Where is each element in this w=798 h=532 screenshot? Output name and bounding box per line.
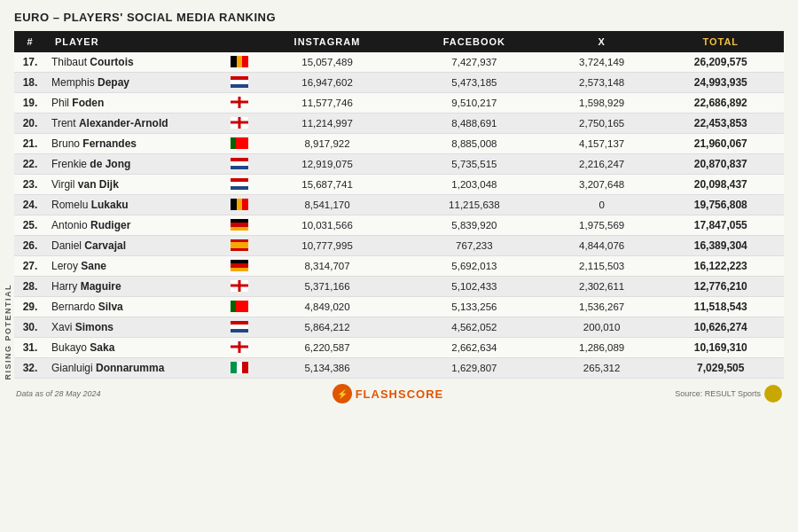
rank-cell: 28. [14,277,46,297]
player-name-cell: Leroy Sane [46,256,223,277]
player-first-name: Trent [51,117,79,129]
facebook-cell: 11,215,638 [403,195,546,215]
col-instagram: INSTAGRAM [252,31,403,52]
instagram-cell: 5,371,166 [252,277,403,297]
player-first-name: Thibaut [51,56,90,68]
rank-cell: 23. [14,175,46,195]
flag-pt [231,137,248,149]
player-last-name: Carvajal [84,239,126,252]
flag-nl [231,321,248,332]
rank-cell: 24. [14,195,46,215]
flag-it [231,362,248,373]
player-first-name: Romelu [51,199,91,211]
instagram-cell: 10,777,995 [252,236,403,256]
flag-cell [223,297,252,317]
instagram-cell: 10,031,566 [252,215,403,236]
table-row: 23.Virgil van Dijk15,687,7411,203,0483,2… [14,175,784,195]
table-row: 24.Romelu Lukaku8,541,17011,215,638019,7… [14,195,784,215]
facebook-cell: 767,233 [403,236,546,256]
player-last-name: Lukaku [91,199,129,211]
flag-cell [223,195,252,215]
flag-cell [223,93,252,113]
total-cell: 16,389,304 [658,236,784,256]
col-total: TOTAL [658,31,784,52]
player-first-name: Antonio [51,219,90,231]
table-row: 22.Frenkie de Jong12,919,0755,735,5152,2… [14,154,784,175]
x-cell: 1,536,267 [546,297,658,317]
flag-nl [231,178,248,190]
player-name-cell: Daniel Carvajal [46,236,223,256]
table-row: 29.Bernardo Silva4,849,0205,133,2561,536… [14,297,784,317]
table-body: 17.Thibaut Courtois15,057,4897,427,9373,… [14,52,784,379]
instagram-cell: 4,849,020 [252,297,403,317]
flashscore-icon: ⚡ [332,384,352,403]
player-name-cell: Thibaut Courtois [46,52,223,73]
x-cell: 1,975,569 [546,215,658,236]
table-row: 30.Xavi Simons5,864,2124,562,052200,0101… [14,317,784,338]
total-cell: 19,756,808 [658,195,784,215]
flag-cell [223,358,252,379]
table-row: 20.Trent Alexander-Arnold11,214,9978,488… [14,113,784,134]
total-cell: 17,847,055 [658,215,784,236]
rank-cell: 21. [14,134,46,154]
total-cell: 10,626,274 [658,317,784,338]
rank-cell: 19. [14,93,46,113]
facebook-cell: 5,735,515 [403,154,546,175]
player-name-cell: Xavi Simons [46,317,223,338]
x-cell: 2,115,503 [546,256,658,277]
total-cell: 22,686,892 [658,93,784,113]
flag-cell [223,338,252,358]
flag-cell [223,277,252,297]
flag-cell [223,317,252,338]
x-cell: 4,844,076 [546,236,658,256]
table-header-row: # PLAYER INSTAGRAM FACEBOOK X TOTAL [14,31,784,52]
total-cell: 10,169,310 [658,338,784,358]
flag-cell [223,154,252,175]
source-area: Source: RESULT Sports [675,385,782,403]
rank-cell: 20. [14,113,46,134]
col-rank: # [14,31,46,52]
total-cell: 20,870,837 [658,154,784,175]
flag-eng [231,280,248,292]
player-first-name: Bukayo [51,341,90,354]
player-name-cell: Bruno Fernandes [46,134,223,154]
table-row: 25.Antonio Rudiger10,031,5665,839,9201,9… [14,215,784,236]
facebook-cell: 5,692,013 [403,256,546,277]
instagram-cell: 8,917,922 [252,134,403,154]
player-first-name: Harry [51,280,81,293]
flag-eng [231,97,248,108]
instagram-cell: 11,214,997 [252,113,403,134]
table-row: 32.Gianluigi Donnarumma5,134,3861,629,80… [14,358,784,379]
flag-pt [231,301,248,312]
flag-cell [223,113,252,134]
x-cell: 2,750,165 [546,113,658,134]
facebook-cell: 5,133,256 [403,297,546,317]
flag-cell [223,256,252,277]
player-first-name: Phil [51,97,72,109]
result-sports-icon [764,385,782,403]
facebook-cell: 5,473,185 [403,73,546,93]
flag-nl [231,76,248,88]
player-name-cell: Antonio Rudiger [46,215,223,236]
rank-cell: 18. [14,73,46,93]
player-last-name: de Jong [90,158,130,170]
x-cell: 3,207,648 [546,175,658,195]
total-cell: 16,122,223 [658,256,784,277]
logo-area: ⚡ FLASHSCORE [332,384,444,403]
rank-cell: 30. [14,317,46,338]
player-first-name: Daniel [51,239,84,252]
x-cell: 1,286,089 [546,338,658,358]
player-name-cell: Frenkie de Jong [46,154,223,175]
player-first-name: Bernardo [51,301,98,313]
x-cell: 2,216,247 [546,154,658,175]
total-cell: 22,453,853 [658,113,784,134]
col-player: PLAYER [46,31,223,52]
table-row: 28.Harry Maguire5,371,1665,102,4332,302,… [14,277,784,297]
facebook-cell: 8,885,008 [403,134,546,154]
player-name-cell: Bernardo Silva [46,297,223,317]
total-cell: 11,518,543 [658,297,784,317]
player-first-name: Xavi [51,321,75,333]
total-cell: 20,098,437 [658,175,784,195]
table-wrapper: # PLAYER INSTAGRAM FACEBOOK X TOTAL 17.T… [14,31,784,379]
table-row: 17.Thibaut Courtois15,057,4897,427,9373,… [14,52,784,73]
